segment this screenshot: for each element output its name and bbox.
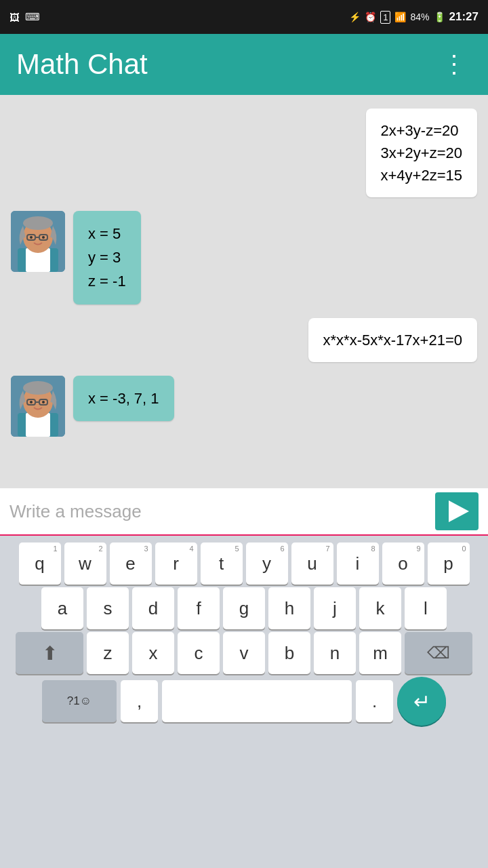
enter-icon: ↵: [413, 690, 430, 713]
message-input-area: [0, 488, 488, 536]
key-w[interactable]: 2w: [64, 542, 106, 585]
key-a[interactable]: a: [41, 587, 83, 629]
avatar: [11, 376, 65, 437]
backspace-icon: ⌫: [427, 644, 450, 663]
key-period[interactable]: .: [356, 680, 393, 722]
svg-point-9: [30, 236, 33, 239]
enter-key[interactable]: ↵: [397, 677, 446, 726]
key-l[interactable]: l: [405, 587, 447, 629]
battery-level: 84%: [410, 12, 429, 22]
send-arrow-icon: [449, 500, 469, 522]
chat-area: 2x+3y-z=203x+2y+z=20x+4y+2z=15: [0, 95, 488, 488]
battery-icon: 🔋: [434, 12, 445, 22]
avatar: [11, 211, 65, 272]
backspace-key[interactable]: ⌫: [405, 632, 472, 674]
key-g[interactable]: g: [223, 587, 265, 629]
key-x[interactable]: x: [132, 632, 174, 674]
keyboard-row-1: 1q 2w 3e 4r 5t 6y 7u 8i 9o 0p: [0, 542, 488, 585]
message-row: x = -3, 7, 1: [11, 376, 477, 437]
key-c[interactable]: c: [178, 632, 220, 674]
key-d[interactable]: d: [132, 587, 174, 629]
key-v[interactable]: v: [223, 632, 265, 674]
sim-icon: 1: [380, 11, 390, 24]
svg-point-10: [42, 236, 45, 239]
key-comma[interactable]: ,: [121, 680, 158, 722]
menu-button[interactable]: ⋮: [436, 45, 472, 84]
key-p[interactable]: 0p: [428, 542, 470, 585]
key-z[interactable]: z: [87, 632, 129, 674]
key-r[interactable]: 4r: [155, 542, 197, 585]
status-bar: 🖼 ⌨ ⚡ ⏰ 1 📶 84% 🔋 21:27: [0, 0, 488, 34]
key-u[interactable]: 7u: [291, 542, 333, 585]
svg-point-20: [30, 401, 33, 403]
numbers-key[interactable]: ?1☺: [42, 680, 117, 722]
image-icon: 🖼: [9, 12, 20, 23]
message-row: x = 5y = 3z = -1: [11, 211, 477, 304]
key-q[interactable]: 1q: [19, 542, 61, 585]
message-bubble-outgoing: x*x*x-5x*x-17x+21=0: [308, 318, 477, 362]
keyboard-icon: ⌨: [25, 11, 40, 23]
space-key[interactable]: [162, 680, 352, 722]
message-text: x*x*x-5x*x-17x+21=0: [323, 332, 462, 349]
shift-key[interactable]: ⬆: [16, 632, 83, 674]
send-button[interactable]: [435, 492, 479, 530]
svg-point-21: [42, 401, 45, 403]
svg-point-5: [23, 216, 53, 230]
message-row: 2x+3y-z=203x+2y+z=20x+4y+2z=15: [11, 108, 477, 197]
message-bubble-incoming: x = -3, 7, 1: [73, 376, 174, 421]
keyboard-row-2: a s d f g h j k l: [0, 587, 488, 629]
keyboard-row-4: ?1☺ , . ↵: [0, 677, 488, 726]
key-m[interactable]: m: [359, 632, 401, 674]
avatar-image: [11, 376, 65, 437]
message-text: 2x+3y-z=203x+2y+z=20x+4y+2z=15: [381, 122, 462, 184]
key-h[interactable]: h: [268, 587, 310, 629]
key-b[interactable]: b: [268, 632, 310, 674]
key-f[interactable]: f: [178, 587, 220, 629]
alarm-icon: ⏰: [365, 12, 376, 22]
key-j[interactable]: j: [314, 587, 356, 629]
key-s[interactable]: s: [87, 587, 129, 629]
app-title: Math Chat: [16, 48, 148, 81]
key-k[interactable]: k: [359, 587, 401, 629]
key-n[interactable]: n: [314, 632, 356, 674]
key-y[interactable]: 6y: [246, 542, 288, 585]
key-o[interactable]: 9o: [382, 542, 424, 585]
signal-icon: 📶: [394, 12, 406, 22]
message-text: x = -3, 7, 1: [88, 390, 159, 407]
key-t[interactable]: 5t: [201, 542, 243, 585]
message-input[interactable]: [9, 501, 428, 522]
status-icons-left: 🖼 ⌨: [9, 11, 40, 23]
key-i[interactable]: 8i: [337, 542, 379, 585]
shift-icon: ⬆: [42, 642, 58, 665]
message-text: x = 5y = 3z = -1: [88, 225, 126, 290]
time-display: 21:27: [449, 10, 479, 24]
status-icons-right: ⚡ ⏰ 1 📶 84% 🔋 21:27: [349, 10, 479, 24]
app-bar: Math Chat ⋮: [0, 34, 488, 95]
message-bubble-incoming: x = 5y = 3z = -1: [73, 211, 141, 304]
svg-point-16: [23, 381, 53, 395]
message-row: x*x*x-5x*x-17x+21=0: [11, 318, 477, 362]
keyboard-row-3: ⬆ z x c v b n m ⌫: [0, 632, 488, 674]
avatar-image: [11, 211, 65, 272]
message-bubble-outgoing: 2x+3y-z=203x+2y+z=20x+4y+2z=15: [366, 108, 477, 197]
bluetooth-icon: ⚡: [349, 12, 361, 22]
keyboard: 1q 2w 3e 4r 5t 6y 7u 8i 9o 0p a s d f g …: [0, 536, 488, 868]
key-e[interactable]: 3e: [110, 542, 152, 585]
